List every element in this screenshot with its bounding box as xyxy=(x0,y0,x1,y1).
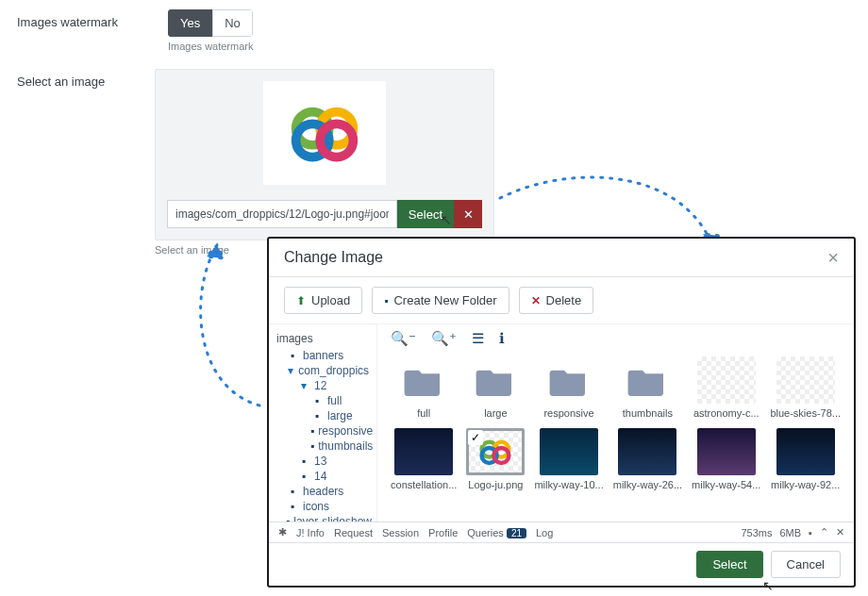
close-icon[interactable]: × xyxy=(827,248,839,267)
zoom-in-icon[interactable]: 🔍⁺ xyxy=(431,330,457,347)
upload-icon: ⬆ xyxy=(296,294,306,307)
grid-item-label: thumbnails xyxy=(613,407,682,419)
cursor-icon: ↖ xyxy=(762,578,774,593)
tree-item-13[interactable]: ▪13 xyxy=(276,454,369,469)
toggle-yes[interactable]: Yes xyxy=(168,9,212,37)
grid-item[interactable]: constellation... xyxy=(391,428,457,490)
debug-request[interactable]: Request xyxy=(334,527,373,538)
folder-icon: ▪ xyxy=(310,394,324,407)
grid-item-label: milky-way-54... xyxy=(692,479,760,490)
folder-icon: ▪ xyxy=(297,470,310,483)
modal-cancel-button[interactable]: Cancel xyxy=(771,551,841,578)
tree-item-icons[interactable]: ▪icons xyxy=(276,499,369,514)
close-icon[interactable]: ✕ xyxy=(836,526,844,538)
tree-item-12[interactable]: ▾12 xyxy=(276,378,369,393)
grid-item[interactable]: milky-way-26... xyxy=(613,428,682,490)
debug-time: 753ms xyxy=(741,527,772,538)
folder-icon: ▾ xyxy=(286,364,294,377)
folder-icon: ▾ xyxy=(297,379,310,392)
grid-item[interactable]: milky-way-92... xyxy=(770,428,841,490)
grid-item[interactable]: full xyxy=(391,356,457,419)
watermark-toggle[interactable]: Yes No xyxy=(168,9,253,37)
tree-root[interactable]: images xyxy=(276,332,369,348)
debug-profile[interactable]: Profile xyxy=(428,527,458,538)
image-path-input[interactable] xyxy=(167,200,397,228)
debug-queries[interactable]: Queries 21 xyxy=(467,527,526,538)
grid-item[interactable]: astronomy-c... xyxy=(692,356,760,419)
zoom-out-icon[interactable]: 🔍⁻ xyxy=(391,330,416,347)
file-grid: fulllargeresponsivethumbnailsastronomy-c… xyxy=(377,353,854,494)
joomla-icon: ✱ xyxy=(278,526,287,538)
tree-item-full[interactable]: ▪full xyxy=(276,393,369,408)
grid-item[interactable]: large xyxy=(466,356,525,419)
new-folder-button[interactable]: ▪Create New Folder xyxy=(372,287,509,314)
folder-icon: ▪ xyxy=(286,515,290,522)
grid-item[interactable]: thumbnails xyxy=(613,356,682,419)
modal-title: Change Image xyxy=(284,249,383,266)
tree-item-headers[interactable]: ▪headers xyxy=(276,484,369,499)
delete-icon: ✕ xyxy=(531,294,541,307)
grid-item[interactable]: milky-way-10... xyxy=(534,428,603,490)
debug-log[interactable]: Log xyxy=(536,527,553,538)
modal-select-button[interactable]: Select xyxy=(696,551,762,578)
tree-item-large[interactable]: ▪large xyxy=(276,408,369,423)
folder-icon: ▪ xyxy=(286,349,299,362)
debug-info[interactable]: J! Info xyxy=(296,527,325,538)
svg-marker-5 xyxy=(207,245,224,258)
folder-icon: ▪ xyxy=(310,424,314,438)
info-icon[interactable]: ℹ xyxy=(499,330,505,347)
folder-icon: ▪ xyxy=(286,485,299,498)
grid-item-label: responsive xyxy=(534,407,603,419)
grid-item-label: large xyxy=(466,407,525,419)
check-icon: ✓ xyxy=(468,430,483,445)
folder-tree[interactable]: images ▪banners▾com_droppics▾12▪full▪lar… xyxy=(269,324,377,522)
grid-item-label: astronomy-c... xyxy=(692,407,760,419)
folder-icon: ▪ xyxy=(286,500,299,513)
grid-item-label: blue-skies-78... xyxy=(770,407,841,419)
grid-item-label: milky-way-92... xyxy=(770,479,841,490)
watermark-helper: Images watermark xyxy=(168,41,494,52)
toggle-no[interactable]: No xyxy=(212,9,253,37)
grid-item[interactable]: blue-skies-78... xyxy=(770,356,841,419)
grid-item-label: milky-way-26... xyxy=(613,479,682,490)
debug-session[interactable]: Session xyxy=(382,527,419,538)
folder-icon: ▪ xyxy=(310,409,324,422)
folder-icon: ▪ xyxy=(297,455,310,468)
clear-image-button[interactable]: ✕ xyxy=(454,200,482,228)
tree-item-com_droppics[interactable]: ▾com_droppics xyxy=(276,363,369,378)
cursor-icon: ↖ xyxy=(441,212,452,227)
tree-item-responsive[interactable]: ▪responsive xyxy=(276,423,369,439)
tree-item-thumbnails[interactable]: ▪thumbnails xyxy=(276,439,369,454)
tree-item-layer-slideshow[interactable]: ▪layer-slideshow xyxy=(276,514,369,522)
debug-bar: ✱ J! Info Request Session Profile Querie… xyxy=(269,522,854,542)
grid-tools: 🔍⁻ 🔍⁺ ☰ ℹ xyxy=(377,324,854,353)
upload-button[interactable]: ⬆Upload xyxy=(284,287,362,314)
list-view-icon[interactable]: ☰ xyxy=(472,330,484,347)
modal-toolbar: ⬆Upload ▪Create New Folder ✕Delete xyxy=(269,277,854,324)
grid-item[interactable]: ✓Logo-ju.png xyxy=(466,428,525,490)
watermark-label: Images watermark xyxy=(17,9,168,29)
grid-item[interactable]: responsive xyxy=(534,356,603,419)
delete-button[interactable]: ✕Delete xyxy=(519,287,594,314)
grid-item-label: milky-way-10... xyxy=(534,479,603,490)
change-image-modal: Change Image × ⬆Upload ▪Create New Folde… xyxy=(267,237,856,588)
grid-item-label: full xyxy=(391,407,457,419)
debug-mem: 6MB xyxy=(779,527,801,538)
grid-item-label: constellation... xyxy=(391,479,457,490)
folder-icon: ▪ xyxy=(310,439,314,453)
tree-item-14[interactable]: ▪14 xyxy=(276,469,369,484)
tree-item-banners[interactable]: ▪banners xyxy=(276,348,369,363)
chevron-up-icon[interactable]: ⌃ xyxy=(820,526,828,538)
grid-item[interactable]: milky-way-54... xyxy=(692,428,760,490)
folder-icon: ▪ xyxy=(384,294,388,307)
folder-icon[interactable]: ▪ xyxy=(809,527,812,538)
grid-item-label: Logo-ju.png xyxy=(466,479,525,490)
image-preview xyxy=(263,81,386,185)
select-image-label: Select an image xyxy=(17,69,155,89)
